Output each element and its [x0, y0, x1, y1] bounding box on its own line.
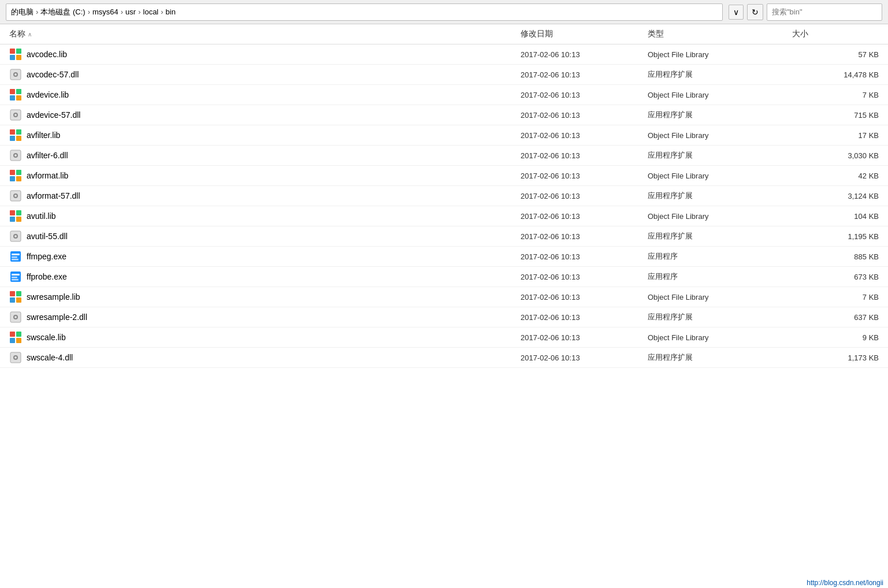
file-name: avutil.lib [27, 211, 56, 221]
file-date: 2017-02-06 10:13 [521, 111, 648, 120]
file-name: avformat-57.dll [27, 191, 80, 200]
file-name-cell: avfilter-6.dll [9, 149, 521, 162]
file-type: 应用程序扩展 [648, 69, 792, 80]
file-name: swresample-2.dll [27, 312, 87, 322]
file-size: 7 KB [792, 91, 879, 99]
file-rows-container: avcodec.lib 2017-02-06 10:13 Object File… [0, 44, 888, 368]
breadcrumb-dropdown-button[interactable]: ∨ [729, 5, 744, 20]
svg-rect-43 [10, 291, 15, 296]
svg-rect-22 [16, 170, 21, 175]
table-row[interactable]: avformat-57.dll 2017-02-06 10:13 应用程序扩展 … [0, 186, 888, 206]
file-name: avcodec.lib [27, 50, 67, 59]
header-size[interactable]: 大小 [792, 29, 879, 39]
file-size: 3,124 KB [792, 192, 879, 200]
table-row[interactable]: swresample-2.dll 2017-02-06 10:13 应用程序扩展… [0, 307, 888, 328]
table-row[interactable]: swscale.lib 2017-02-06 10:13 Object File… [0, 328, 888, 348]
breadcrumb-local[interactable]: local [143, 8, 159, 16]
svg-rect-38 [12, 259, 18, 260]
file-date: 2017-02-06 10:13 [521, 172, 648, 180]
table-row[interactable]: avutil-55.dll 2017-02-06 10:13 应用程序扩展 1,… [0, 226, 888, 247]
file-name: swscale-4.dll [27, 353, 73, 362]
file-date: 2017-02-06 10:13 [521, 232, 648, 241]
status-url: http://blog.csdn.net/longii [807, 579, 883, 587]
file-icon-dll [9, 230, 22, 243]
breadcrumb-msys64[interactable]: msys64 [92, 8, 118, 16]
file-name-cell: swresample.lib [9, 291, 521, 303]
table-row[interactable]: swscale-4.dll 2017-02-06 10:13 应用程序扩展 1,… [0, 348, 888, 368]
file-name: swscale.lib [27, 333, 66, 342]
file-size: 1,173 KB [792, 353, 879, 362]
file-list: 名称 ∧ 修改日期 类型 大小 avcodec.lib 2017-02-06 1… [0, 24, 888, 368]
table-row[interactable]: ffprobe.exe 2017-02-06 10:13 应用程序 673 KB [0, 267, 888, 287]
table-row[interactable]: avdevice.lib 2017-02-06 10:13 Object Fil… [0, 85, 888, 105]
file-size: 715 KB [792, 111, 879, 120]
file-type: 应用程序扩展 [648, 110, 792, 120]
svg-point-6 [14, 73, 17, 76]
file-name-cell: avdevice-57.dll [9, 109, 521, 121]
table-row[interactable]: avutil.lib 2017-02-06 10:13 Object File … [0, 206, 888, 226]
breadcrumb-mypc[interactable]: 的电脑 [11, 7, 34, 17]
sep-5: › [161, 8, 163, 16]
file-size: 3,030 KB [792, 151, 879, 160]
sep-4: › [138, 8, 140, 16]
svg-rect-30 [10, 217, 15, 222]
search-input[interactable] [767, 3, 882, 21]
table-row[interactable]: avfilter-6.dll 2017-02-06 10:13 应用程序扩展 3… [0, 146, 888, 166]
file-size: 885 KB [792, 252, 879, 261]
svg-rect-28 [10, 210, 15, 215]
file-date: 2017-02-06 10:13 [521, 252, 648, 261]
file-name: avformat.lib [27, 171, 68, 180]
file-type: 应用程序扩展 [648, 191, 792, 201]
refresh-button[interactable]: ↻ [747, 4, 763, 20]
table-row[interactable]: swresample.lib 2017-02-06 10:13 Object F… [0, 287, 888, 307]
file-type: Object File Library [648, 50, 792, 59]
table-row[interactable]: avcodec.lib 2017-02-06 10:13 Object File… [0, 44, 888, 65]
svg-rect-21 [10, 170, 15, 175]
file-type: 应用程序扩展 [648, 231, 792, 241]
svg-rect-9 [10, 95, 15, 101]
svg-rect-16 [10, 136, 15, 141]
file-icon-lib [9, 88, 22, 101]
breadcrumb-area: 的电脑 › 本地磁盘 (C:) › msys64 › usr › local ›… [6, 3, 723, 21]
file-name-cell: avformat-57.dll [9, 189, 521, 202]
svg-rect-23 [10, 176, 15, 181]
file-name: ffprobe.exe [27, 272, 67, 281]
header-name[interactable]: 名称 ∧ [9, 29, 521, 39]
file-name-cell: avcodec.lib [9, 48, 521, 61]
table-row[interactable]: avdevice-57.dll 2017-02-06 10:13 应用程序扩展 … [0, 105, 888, 125]
header-date[interactable]: 修改日期 [521, 29, 648, 39]
file-size: 104 KB [792, 212, 879, 221]
file-date: 2017-02-06 10:13 [521, 293, 648, 302]
file-date: 2017-02-06 10:13 [521, 333, 648, 342]
svg-rect-44 [16, 291, 21, 296]
file-type: 应用程序扩展 [648, 352, 792, 363]
table-row[interactable]: avfilter.lib 2017-02-06 10:13 Object Fil… [0, 125, 888, 146]
breadcrumb-usr[interactable]: usr [125, 8, 136, 16]
file-icon-dll [9, 351, 22, 364]
file-icon-exe [9, 270, 22, 283]
breadcrumb-bin[interactable]: bin [166, 8, 176, 16]
table-row[interactable]: avcodec-57.dll 2017-02-06 10:13 应用程序扩展 1… [0, 65, 888, 85]
file-icon-lib [9, 210, 22, 222]
header-type[interactable]: 类型 [648, 29, 792, 39]
breadcrumb-c[interactable]: 本地磁盘 (C:) [40, 7, 85, 17]
svg-point-56 [14, 356, 17, 359]
svg-rect-10 [16, 95, 21, 101]
address-bar: 的电脑 › 本地磁盘 (C:) › msys64 › usr › local ›… [0, 0, 888, 24]
file-name: avfilter-6.dll [27, 151, 68, 160]
file-name-cell: avfilter.lib [9, 129, 521, 142]
file-name: avfilter.lib [27, 131, 60, 140]
file-date: 2017-02-06 10:13 [521, 91, 648, 99]
svg-rect-3 [16, 55, 21, 60]
file-type: Object File Library [648, 172, 792, 180]
table-row[interactable]: ffmpeg.exe 2017-02-06 10:13 应用程序 885 KB [0, 247, 888, 267]
table-row[interactable]: avformat.lib 2017-02-06 10:13 Object Fil… [0, 166, 888, 186]
svg-rect-14 [10, 129, 15, 135]
file-date: 2017-02-06 10:13 [521, 353, 648, 362]
svg-rect-1 [16, 49, 21, 54]
file-icon-lib [9, 169, 22, 182]
svg-rect-29 [16, 210, 21, 215]
file-type: 应用程序扩展 [648, 312, 792, 322]
svg-point-27 [14, 195, 17, 197]
file-type: Object File Library [648, 131, 792, 140]
